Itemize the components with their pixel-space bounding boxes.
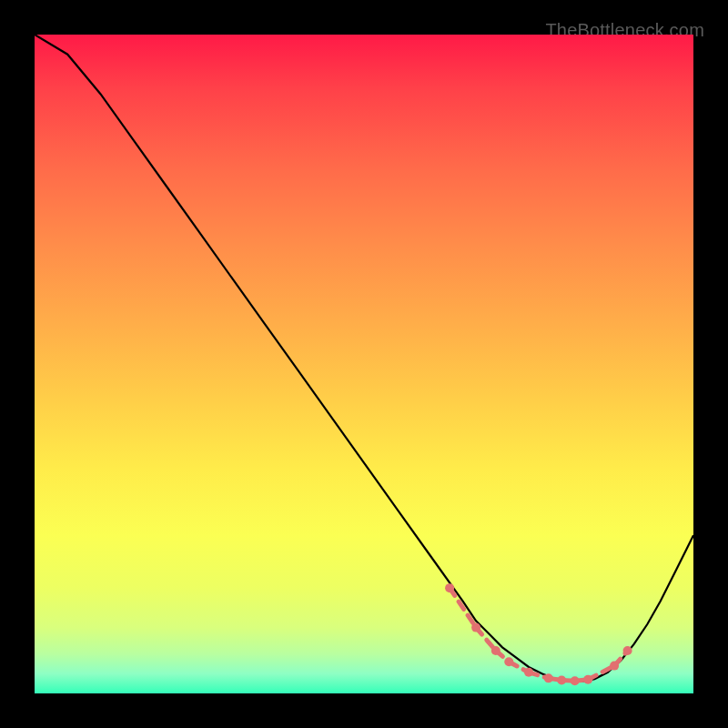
chart-frame: TheBottleneck.com [18,18,710,710]
marker-dot [623,646,632,655]
marker-dot [610,662,619,671]
marker-dot [504,657,513,666]
curve-line [35,35,693,682]
marker-dot [524,668,533,677]
plot-area [35,35,693,693]
marker-dot [571,676,580,685]
marker-dot [471,623,480,632]
marker-segment [450,588,476,627]
marker-dot [544,673,553,682]
marker-dot [491,646,500,655]
marker-dot [445,583,454,592]
bottleneck-curve [35,35,693,693]
marker-dot [557,676,566,685]
marker-dot [583,675,592,684]
